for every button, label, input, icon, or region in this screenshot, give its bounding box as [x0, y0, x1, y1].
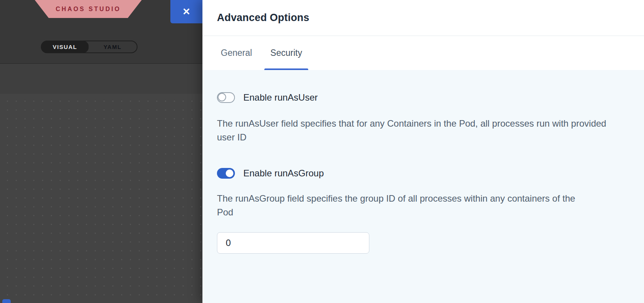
tab-general[interactable]: General [215, 36, 258, 70]
run-as-group-toggle[interactable] [217, 168, 235, 179]
run-as-user-description: The runAsUser field specifies that for a… [217, 117, 614, 144]
partial-canvas-button[interactable] [2, 299, 11, 303]
drawer-header: Advanced Options [202, 0, 644, 36]
run-as-group-description: The runAsGroup field specifies the group… [217, 192, 580, 219]
drawer-title: Advanced Options [217, 12, 309, 24]
run-as-group-value-input[interactable] [217, 232, 369, 254]
screen: CHAOS STUDIO VISUAL YAML ✕ Advanced Opti… [0, 0, 644, 303]
security-tab-content: Enable runAsUser The runAsUser field spe… [202, 70, 644, 303]
run-as-user-label: Enable runAsUser [243, 92, 318, 103]
run-as-group-row: Enable runAsGroup [217, 168, 644, 179]
chaos-studio-logo: CHAOS STUDIO [35, 0, 142, 18]
run-as-user-row: Enable runAsUser [217, 92, 644, 103]
yaml-tab[interactable]: YAML [88, 41, 137, 52]
advanced-options-drawer: Advanced Options General Security Enable… [202, 0, 644, 303]
toggle-knob [218, 93, 226, 101]
visual-yaml-toggle[interactable]: VISUAL YAML [41, 41, 138, 53]
run-as-group-label: Enable runAsGroup [243, 168, 324, 179]
background-app-panel: CHAOS STUDIO VISUAL YAML [0, 0, 202, 303]
drawer-tabs: General Security [202, 36, 644, 70]
pipeline-canvas[interactable] [0, 94, 202, 303]
close-icon: ✕ [183, 6, 191, 17]
visual-tab[interactable]: VISUAL [41, 41, 89, 53]
tab-security[interactable]: Security [264, 36, 308, 70]
toggle-knob [226, 169, 233, 177]
close-drawer-button[interactable]: ✕ [170, 0, 202, 23]
run-as-user-toggle[interactable] [217, 92, 235, 103]
chaos-studio-logo-text: CHAOS STUDIO [56, 6, 121, 13]
